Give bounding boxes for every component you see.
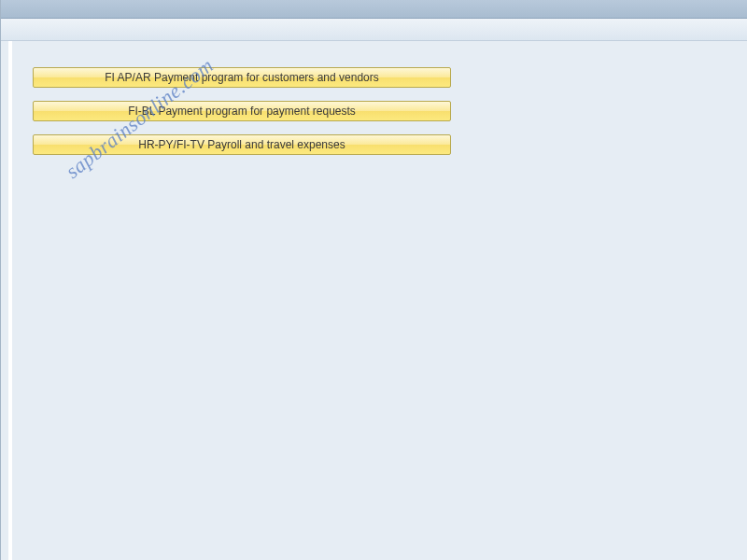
content-area: sapbrainsonline.com FI AP/AR Payment pro… <box>8 41 747 560</box>
toolbar <box>1 19 747 41</box>
fi-bl-payment-button[interactable]: FI-BL Payment program for payment reques… <box>33 101 451 121</box>
title-bar <box>1 0 747 19</box>
hr-py-fi-tv-button[interactable]: HR-PY/FI-TV Payroll and travel expenses <box>33 134 451 155</box>
main-window: sapbrainsonline.com FI AP/AR Payment pro… <box>0 0 747 560</box>
fi-ap-ar-payment-button[interactable]: FI AP/AR Payment program for customers a… <box>33 67 451 88</box>
